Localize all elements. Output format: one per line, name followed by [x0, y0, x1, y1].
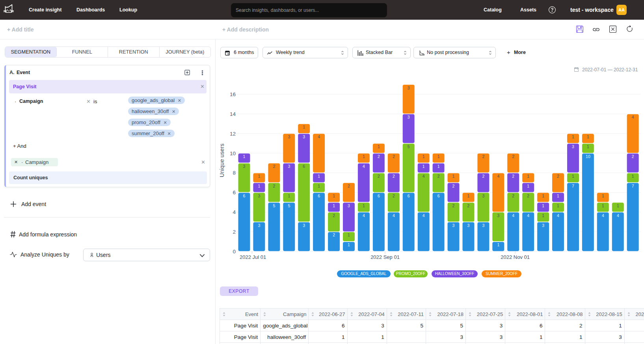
- svg-text:5: 5: [408, 144, 410, 149]
- svg-text:1: 1: [572, 174, 574, 179]
- svg-text:4: 4: [617, 213, 619, 218]
- svg-text:0: 0: [233, 249, 236, 255]
- svg-text:4: 4: [423, 213, 425, 218]
- svg-text:4: 4: [632, 115, 634, 119]
- svg-text:3: 3: [482, 223, 484, 228]
- svg-text:4: 4: [363, 213, 365, 218]
- svg-text:4: 4: [363, 164, 365, 169]
- svg-text:6: 6: [408, 193, 410, 198]
- svg-text:2: 2: [482, 154, 484, 159]
- svg-text:3: 3: [452, 223, 455, 228]
- svg-text:2: 2: [378, 154, 380, 159]
- svg-text:1: 1: [363, 154, 365, 159]
- svg-text:2: 2: [393, 174, 395, 179]
- svg-text:2: 2: [527, 193, 529, 198]
- svg-text:3: 3: [348, 203, 350, 208]
- svg-text:1: 1: [378, 144, 380, 149]
- svg-text:1: 1: [423, 154, 425, 159]
- svg-text:1: 1: [602, 203, 604, 208]
- svg-text:1: 1: [318, 184, 320, 188]
- svg-text:8: 8: [233, 170, 236, 176]
- svg-text:1: 1: [348, 232, 350, 237]
- svg-text:1: 1: [557, 193, 559, 198]
- svg-text:1: 1: [333, 203, 335, 208]
- svg-text:1: 1: [437, 164, 440, 169]
- svg-text:6: 6: [303, 164, 305, 169]
- svg-text:4: 4: [233, 209, 236, 215]
- svg-text:2: 2: [452, 203, 455, 208]
- svg-text:1: 1: [423, 164, 425, 169]
- svg-text:16: 16: [230, 91, 236, 97]
- svg-text:1: 1: [348, 242, 350, 247]
- svg-text:1: 1: [557, 203, 559, 208]
- svg-text:3: 3: [467, 223, 470, 228]
- svg-text:6: 6: [437, 193, 440, 198]
- svg-text:1: 1: [318, 174, 320, 179]
- svg-text:2: 2: [333, 213, 335, 218]
- svg-text:2: 2: [393, 193, 395, 198]
- svg-text:1: 1: [572, 134, 574, 139]
- svg-text:1: 1: [617, 203, 619, 208]
- svg-text:1: 1: [452, 174, 455, 179]
- svg-text:1: 1: [632, 174, 634, 179]
- svg-text:4: 4: [497, 174, 499, 179]
- svg-text:3: 3: [258, 223, 260, 228]
- svg-text:1: 1: [527, 174, 529, 179]
- svg-text:1: 1: [602, 193, 604, 198]
- svg-text:2: 2: [437, 174, 440, 179]
- svg-text:1: 1: [243, 154, 246, 159]
- svg-text:1: 1: [258, 174, 260, 179]
- svg-text:3: 3: [572, 144, 574, 149]
- svg-text:4: 4: [512, 213, 514, 218]
- svg-text:6: 6: [233, 190, 236, 195]
- svg-text:2: 2: [632, 154, 634, 159]
- svg-text:14: 14: [230, 111, 236, 117]
- svg-text:3: 3: [303, 223, 305, 228]
- svg-text:7: 7: [632, 184, 634, 188]
- svg-text:2: 2: [467, 203, 470, 208]
- svg-text:12: 12: [230, 131, 236, 137]
- svg-text:2: 2: [333, 232, 335, 237]
- svg-text:1: 1: [587, 134, 589, 139]
- svg-text:1: 1: [288, 193, 290, 198]
- svg-text:5: 5: [273, 203, 275, 208]
- svg-text:3: 3: [243, 164, 246, 169]
- svg-text:6: 6: [243, 193, 246, 198]
- svg-text:2022 Sep 01: 2022 Sep 01: [370, 254, 400, 260]
- svg-text:2022 Nov 01: 2022 Nov 01: [501, 254, 530, 260]
- svg-text:3: 3: [288, 164, 290, 169]
- svg-text:1: 1: [333, 193, 335, 198]
- svg-text:4: 4: [423, 174, 425, 179]
- svg-text:7: 7: [572, 184, 574, 188]
- svg-text:2: 2: [348, 184, 350, 188]
- svg-text:6: 6: [378, 193, 380, 198]
- svg-text:Unique users: Unique users: [219, 143, 225, 177]
- svg-text:3: 3: [542, 223, 544, 228]
- svg-text:10: 10: [586, 154, 590, 159]
- svg-text:1: 1: [437, 154, 440, 159]
- svg-text:1: 1: [527, 184, 529, 188]
- svg-text:3: 3: [408, 86, 410, 90]
- svg-text:1: 1: [587, 144, 589, 149]
- svg-text:3: 3: [303, 134, 305, 139]
- svg-text:2: 2: [378, 174, 380, 179]
- svg-text:2: 2: [482, 174, 484, 179]
- svg-text:1: 1: [467, 193, 470, 198]
- svg-text:2022 Jul 01: 2022 Jul 01: [240, 254, 266, 260]
- svg-text:2: 2: [557, 174, 559, 179]
- svg-text:1: 1: [542, 203, 544, 208]
- svg-text:3: 3: [408, 115, 410, 119]
- svg-text:3: 3: [482, 193, 484, 198]
- svg-text:1: 1: [303, 125, 305, 129]
- svg-text:4: 4: [393, 213, 395, 218]
- svg-text:1: 1: [363, 203, 365, 208]
- svg-text:3: 3: [258, 193, 260, 198]
- svg-text:10: 10: [230, 151, 236, 156]
- svg-text:4: 4: [602, 213, 604, 218]
- svg-text:2: 2: [512, 174, 514, 179]
- svg-text:2: 2: [512, 154, 514, 159]
- svg-text:2: 2: [512, 193, 514, 198]
- svg-text:1: 1: [542, 193, 544, 198]
- svg-text:2: 2: [233, 229, 236, 235]
- svg-text:1: 1: [542, 213, 544, 218]
